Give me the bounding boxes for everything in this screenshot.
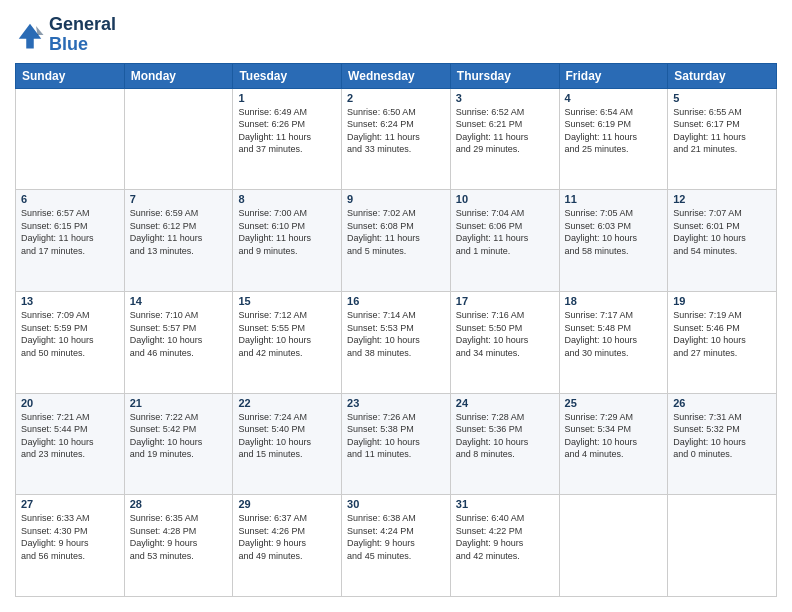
day-number: 14 (130, 295, 228, 307)
calendar-cell: 7Sunrise: 6:59 AM Sunset: 6:12 PM Daylig… (124, 190, 233, 292)
day-number: 24 (456, 397, 554, 409)
day-number: 23 (347, 397, 445, 409)
day-info: Sunrise: 7:05 AM Sunset: 6:03 PM Dayligh… (565, 207, 663, 257)
calendar-cell: 17Sunrise: 7:16 AM Sunset: 5:50 PM Dayli… (450, 291, 559, 393)
calendar-cell: 14Sunrise: 7:10 AM Sunset: 5:57 PM Dayli… (124, 291, 233, 393)
day-info: Sunrise: 6:52 AM Sunset: 6:21 PM Dayligh… (456, 106, 554, 156)
day-number: 6 (21, 193, 119, 205)
day-header-friday: Friday (559, 63, 668, 88)
day-header-tuesday: Tuesday (233, 63, 342, 88)
day-info: Sunrise: 6:50 AM Sunset: 6:24 PM Dayligh… (347, 106, 445, 156)
day-number: 21 (130, 397, 228, 409)
day-info: Sunrise: 6:54 AM Sunset: 6:19 PM Dayligh… (565, 106, 663, 156)
calendar-table: SundayMondayTuesdayWednesdayThursdayFrid… (15, 63, 777, 597)
day-info: Sunrise: 7:28 AM Sunset: 5:36 PM Dayligh… (456, 411, 554, 461)
calendar-header-row: SundayMondayTuesdayWednesdayThursdayFrid… (16, 63, 777, 88)
calendar-cell: 2Sunrise: 6:50 AM Sunset: 6:24 PM Daylig… (342, 88, 451, 190)
day-number: 27 (21, 498, 119, 510)
day-header-wednesday: Wednesday (342, 63, 451, 88)
day-number: 8 (238, 193, 336, 205)
calendar-cell: 15Sunrise: 7:12 AM Sunset: 5:55 PM Dayli… (233, 291, 342, 393)
day-number: 11 (565, 193, 663, 205)
day-number: 15 (238, 295, 336, 307)
calendar-cell (124, 88, 233, 190)
calendar-cell: 10Sunrise: 7:04 AM Sunset: 6:06 PM Dayli… (450, 190, 559, 292)
calendar-cell: 31Sunrise: 6:40 AM Sunset: 4:22 PM Dayli… (450, 495, 559, 597)
page: General Blue SundayMondayTuesdayWednesda… (0, 0, 792, 612)
calendar-cell: 8Sunrise: 7:00 AM Sunset: 6:10 PM Daylig… (233, 190, 342, 292)
calendar-week-1: 1Sunrise: 6:49 AM Sunset: 6:26 PM Daylig… (16, 88, 777, 190)
day-info: Sunrise: 7:26 AM Sunset: 5:38 PM Dayligh… (347, 411, 445, 461)
day-number: 3 (456, 92, 554, 104)
day-number: 20 (21, 397, 119, 409)
calendar-week-3: 13Sunrise: 7:09 AM Sunset: 5:59 PM Dayli… (16, 291, 777, 393)
calendar-cell (16, 88, 125, 190)
svg-marker-0 (19, 24, 42, 49)
day-info: Sunrise: 7:16 AM Sunset: 5:50 PM Dayligh… (456, 309, 554, 359)
day-info: Sunrise: 7:14 AM Sunset: 5:53 PM Dayligh… (347, 309, 445, 359)
calendar-week-2: 6Sunrise: 6:57 AM Sunset: 6:15 PM Daylig… (16, 190, 777, 292)
day-info: Sunrise: 6:33 AM Sunset: 4:30 PM Dayligh… (21, 512, 119, 562)
calendar-cell: 6Sunrise: 6:57 AM Sunset: 6:15 PM Daylig… (16, 190, 125, 292)
calendar-cell: 12Sunrise: 7:07 AM Sunset: 6:01 PM Dayli… (668, 190, 777, 292)
day-info: Sunrise: 7:19 AM Sunset: 5:46 PM Dayligh… (673, 309, 771, 359)
day-number: 2 (347, 92, 445, 104)
day-info: Sunrise: 7:24 AM Sunset: 5:40 PM Dayligh… (238, 411, 336, 461)
calendar-cell: 4Sunrise: 6:54 AM Sunset: 6:19 PM Daylig… (559, 88, 668, 190)
day-info: Sunrise: 6:49 AM Sunset: 6:26 PM Dayligh… (238, 106, 336, 156)
day-number: 9 (347, 193, 445, 205)
day-number: 4 (565, 92, 663, 104)
day-number: 30 (347, 498, 445, 510)
day-info: Sunrise: 7:02 AM Sunset: 6:08 PM Dayligh… (347, 207, 445, 257)
day-info: Sunrise: 7:07 AM Sunset: 6:01 PM Dayligh… (673, 207, 771, 257)
day-number: 19 (673, 295, 771, 307)
calendar-cell: 5Sunrise: 6:55 AM Sunset: 6:17 PM Daylig… (668, 88, 777, 190)
day-info: Sunrise: 7:29 AM Sunset: 5:34 PM Dayligh… (565, 411, 663, 461)
calendar-cell: 30Sunrise: 6:38 AM Sunset: 4:24 PM Dayli… (342, 495, 451, 597)
day-number: 31 (456, 498, 554, 510)
calendar-cell: 25Sunrise: 7:29 AM Sunset: 5:34 PM Dayli… (559, 393, 668, 495)
calendar-cell: 28Sunrise: 6:35 AM Sunset: 4:28 PM Dayli… (124, 495, 233, 597)
day-info: Sunrise: 6:40 AM Sunset: 4:22 PM Dayligh… (456, 512, 554, 562)
calendar-cell: 21Sunrise: 7:22 AM Sunset: 5:42 PM Dayli… (124, 393, 233, 495)
calendar-cell: 27Sunrise: 6:33 AM Sunset: 4:30 PM Dayli… (16, 495, 125, 597)
day-info: Sunrise: 7:12 AM Sunset: 5:55 PM Dayligh… (238, 309, 336, 359)
day-number: 7 (130, 193, 228, 205)
day-info: Sunrise: 6:37 AM Sunset: 4:26 PM Dayligh… (238, 512, 336, 562)
day-info: Sunrise: 7:00 AM Sunset: 6:10 PM Dayligh… (238, 207, 336, 257)
day-info: Sunrise: 7:22 AM Sunset: 5:42 PM Dayligh… (130, 411, 228, 461)
day-info: Sunrise: 7:17 AM Sunset: 5:48 PM Dayligh… (565, 309, 663, 359)
day-number: 5 (673, 92, 771, 104)
day-number: 16 (347, 295, 445, 307)
header: General Blue (15, 15, 777, 55)
day-info: Sunrise: 6:59 AM Sunset: 6:12 PM Dayligh… (130, 207, 228, 257)
calendar-cell: 13Sunrise: 7:09 AM Sunset: 5:59 PM Dayli… (16, 291, 125, 393)
day-info: Sunrise: 6:38 AM Sunset: 4:24 PM Dayligh… (347, 512, 445, 562)
day-info: Sunrise: 6:55 AM Sunset: 6:17 PM Dayligh… (673, 106, 771, 156)
day-number: 1 (238, 92, 336, 104)
calendar-cell: 29Sunrise: 6:37 AM Sunset: 4:26 PM Dayli… (233, 495, 342, 597)
calendar-cell (668, 495, 777, 597)
day-number: 26 (673, 397, 771, 409)
day-header-saturday: Saturday (668, 63, 777, 88)
calendar-week-4: 20Sunrise: 7:21 AM Sunset: 5:44 PM Dayli… (16, 393, 777, 495)
logo-text: General Blue (49, 15, 116, 55)
day-number: 25 (565, 397, 663, 409)
day-number: 18 (565, 295, 663, 307)
calendar-cell: 20Sunrise: 7:21 AM Sunset: 5:44 PM Dayli… (16, 393, 125, 495)
calendar-cell: 3Sunrise: 6:52 AM Sunset: 6:21 PM Daylig… (450, 88, 559, 190)
day-header-thursday: Thursday (450, 63, 559, 88)
day-number: 22 (238, 397, 336, 409)
day-number: 29 (238, 498, 336, 510)
day-info: Sunrise: 7:21 AM Sunset: 5:44 PM Dayligh… (21, 411, 119, 461)
day-number: 17 (456, 295, 554, 307)
calendar-cell: 22Sunrise: 7:24 AM Sunset: 5:40 PM Dayli… (233, 393, 342, 495)
calendar-cell: 19Sunrise: 7:19 AM Sunset: 5:46 PM Dayli… (668, 291, 777, 393)
calendar-week-5: 27Sunrise: 6:33 AM Sunset: 4:30 PM Dayli… (16, 495, 777, 597)
calendar-cell: 11Sunrise: 7:05 AM Sunset: 6:03 PM Dayli… (559, 190, 668, 292)
day-header-sunday: Sunday (16, 63, 125, 88)
day-number: 10 (456, 193, 554, 205)
calendar-cell: 18Sunrise: 7:17 AM Sunset: 5:48 PM Dayli… (559, 291, 668, 393)
logo-icon (15, 20, 45, 50)
calendar-cell: 26Sunrise: 7:31 AM Sunset: 5:32 PM Dayli… (668, 393, 777, 495)
